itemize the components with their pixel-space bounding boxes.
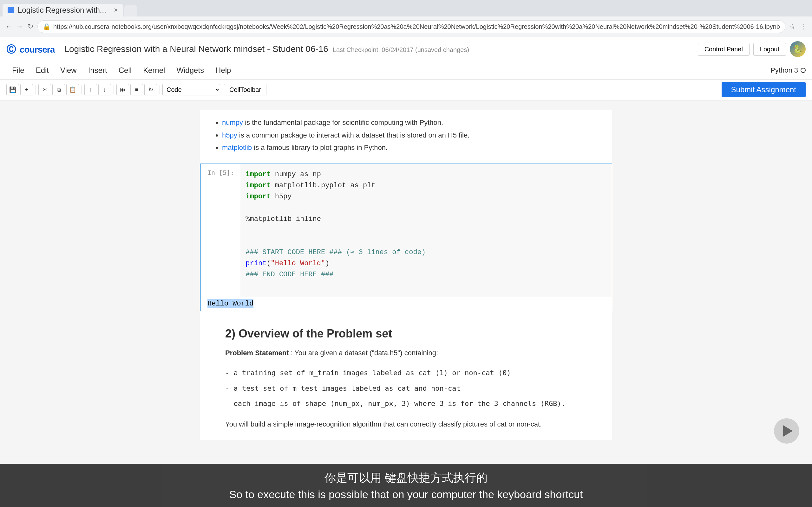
menu-file[interactable]: File xyxy=(6,61,30,79)
output-text: Hello World xyxy=(207,299,253,308)
toolbar-sep3 xyxy=(113,85,114,95)
problem-statement: Problem Statement : You are given a data… xyxy=(212,343,600,362)
new-tab-button[interactable] xyxy=(124,5,137,16)
menu-items: File Edit View Insert Cell Kernel Widget… xyxy=(6,61,237,79)
kernel-info: Python 3 xyxy=(770,66,806,74)
subtitle-chinese: 你是可以用 键盘快捷方式执行的 xyxy=(19,470,793,486)
paste-button[interactable]: 📋 xyxy=(66,84,79,95)
numpy-desc: is the fundamental package for scientifi… xyxy=(245,118,443,126)
logo-symbol: Ⓒ xyxy=(6,44,15,55)
logo-name: coursera xyxy=(20,45,55,55)
menu-view[interactable]: View xyxy=(55,61,83,79)
notebook-top-bar: Ⓒ coursera Logistic Regression with a Ne… xyxy=(0,37,812,61)
step-button[interactable]: ⏮ xyxy=(116,84,129,95)
toolbar-sep1 xyxy=(36,85,36,95)
list-item-h5py: h5py is a common package to interact wit… xyxy=(222,129,600,142)
content-area: numpy is the fundamental package for sci… xyxy=(200,110,612,440)
section2-header: 2) Overview of the Problem set xyxy=(212,321,600,343)
menu-edit[interactable]: Edit xyxy=(30,61,55,79)
cell-prompt: In [5]: xyxy=(201,164,241,297)
logout-button[interactable]: Logout xyxy=(753,43,786,56)
back-button[interactable]: ← xyxy=(5,21,13,32)
dataset-item-2: a test set of m_test images labeled as c… xyxy=(225,381,587,396)
menu-bar: File Edit View Insert Cell Kernel Widget… xyxy=(0,61,812,79)
play-triangle-icon xyxy=(783,425,793,437)
add-cell-button[interactable]: + xyxy=(20,84,33,95)
python-logo: 🐍 xyxy=(790,41,806,57)
browser-chrome: Logistic Regression with... × ← → ↻ 🔒 ht… xyxy=(0,0,812,37)
cell-container: In [5]: import numpy as np import matplo… xyxy=(201,164,612,297)
url-text: https://hub.coursera-notebooks.org/user/… xyxy=(53,23,780,31)
subtitle-bar: 你是可以用 键盘快捷方式执行的 So to execute this is po… xyxy=(0,464,812,507)
problem-statement-text: : You are given a dataset ("data.h5") co… xyxy=(291,349,438,357)
refresh-button[interactable]: ↻ xyxy=(27,21,34,32)
tab-title: Logistic Regression with... xyxy=(18,6,106,14)
dataset-list: a training set of m_train images labeled… xyxy=(212,362,600,414)
header-buttons: Control Panel Logout 🐍 xyxy=(698,41,806,57)
video-play-button[interactable] xyxy=(774,418,799,444)
h5py-desc: is a common package to interact with a d… xyxy=(239,131,469,139)
toolbar-sep4 xyxy=(159,85,160,95)
save-button[interactable]: 💾 xyxy=(6,84,19,95)
restart-button[interactable]: ↻ xyxy=(144,84,157,95)
cut-button[interactable]: ✂ xyxy=(38,84,51,95)
dataset-item-3: each image is of shape (num_px, num_px, … xyxy=(225,396,587,411)
stop-button[interactable]: ■ xyxy=(131,84,143,95)
kernel-name: Python 3 xyxy=(770,66,798,74)
cell-input[interactable]: import numpy as np import matplotlib.pyp… xyxy=(241,164,612,297)
notebook-header: Ⓒ coursera Logistic Regression with a Ne… xyxy=(0,37,812,101)
problem-statement-label: Problem Statement xyxy=(225,349,289,357)
algo-description: You will build a simple image-recognitio… xyxy=(212,415,600,434)
code-output: Hello World xyxy=(201,297,612,311)
notebook-title-area: Logistic Regression with a Neural Networ… xyxy=(64,44,688,54)
menu-widgets[interactable]: Widgets xyxy=(171,61,210,79)
copy-button[interactable]: ⧉ xyxy=(52,84,65,95)
bookmark-button[interactable]: ☆ xyxy=(789,21,796,32)
text-cell-section2: 2) Overview of the Problem set Problem S… xyxy=(200,314,612,440)
forward-button[interactable]: → xyxy=(16,21,23,32)
move-up-button[interactable]: ↑ xyxy=(84,84,97,95)
extension-button[interactable]: ⋮ xyxy=(799,21,807,32)
notebook-content: numpy is the fundamental package for sci… xyxy=(0,101,812,506)
code-area[interactable]: import numpy as np import matplotlib.pyp… xyxy=(241,164,612,297)
package-list: numpy is the fundamental package for sci… xyxy=(212,116,600,154)
coursera-logo: Ⓒ coursera xyxy=(6,42,55,56)
submit-assignment-button[interactable]: Submit Assignment xyxy=(722,82,806,97)
menu-kernel[interactable]: Kernel xyxy=(137,61,171,79)
coursera-logo-text: Ⓒ coursera xyxy=(6,42,55,56)
subtitle-english: So to execute this is possible that on y… xyxy=(19,488,793,501)
kernel-status-icon xyxy=(801,68,806,73)
address-bar[interactable]: 🔒 https://hub.coursera-notebooks.org/use… xyxy=(38,20,785,33)
dataset-item-1: a training set of m_train images labeled… xyxy=(225,365,587,381)
move-down-button[interactable]: ↓ xyxy=(98,84,111,95)
matplotlib-link[interactable]: matplotlib xyxy=(222,144,252,152)
browser-controls: ← → ↻ 🔒 https://hub.coursera-notebooks.o… xyxy=(0,16,812,37)
checkpoint-info: Last Checkpoint: 06/24/2017 (unsaved cha… xyxy=(333,46,469,53)
tab-favicon xyxy=(8,7,14,13)
code-cell-5[interactable]: In [5]: import numpy as np import matplo… xyxy=(200,164,612,311)
tab-close-button[interactable]: × xyxy=(114,6,118,14)
menu-cell[interactable]: Cell xyxy=(113,61,137,79)
active-tab[interactable]: Logistic Regression with... × xyxy=(3,4,123,16)
cell-type-select[interactable]: Code Markdown Raw NBConvert xyxy=(162,84,220,95)
control-panel-button[interactable]: Control Panel xyxy=(698,43,750,56)
secure-icon: 🔒 xyxy=(43,23,51,31)
numpy-link[interactable]: numpy xyxy=(222,118,243,126)
list-item-matplotlib: matplotlib is a famous library to plot g… xyxy=(222,141,600,154)
text-cell-packages: numpy is the fundamental package for sci… xyxy=(200,110,612,160)
matplotlib-desc: is a famous library to plot graphs in Py… xyxy=(254,144,388,152)
menu-insert[interactable]: Insert xyxy=(83,61,113,79)
celltoolbar-button[interactable]: CellToolbar xyxy=(224,84,266,95)
h5py-link[interactable]: h5py xyxy=(222,131,237,139)
toolbar-sep2 xyxy=(82,85,82,95)
notebook-title: Logistic Regression with a Neural Networ… xyxy=(64,44,328,54)
toolbar: 💾 + ✂ ⧉ 📋 ↑ ↓ ⏮ ■ ↻ Code Markdown Raw NB… xyxy=(0,79,812,100)
menu-help[interactable]: Help xyxy=(210,61,237,79)
tab-bar: Logistic Regression with... × xyxy=(0,0,812,16)
list-item-numpy: numpy is the fundamental package for sci… xyxy=(222,116,600,129)
